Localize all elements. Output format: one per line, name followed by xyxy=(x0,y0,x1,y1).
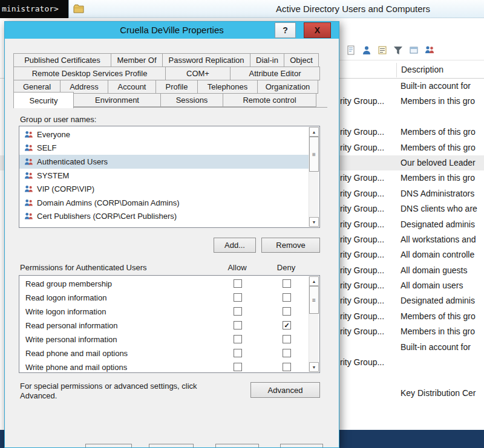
allow-checkbox-0[interactable] xyxy=(234,279,242,288)
toolbar-separator xyxy=(339,60,484,60)
remove-button[interactable]: Remove xyxy=(261,238,320,253)
group-members-icon xyxy=(24,212,33,220)
group-row-authenticated-users[interactable]: Authenticated Users xyxy=(19,155,309,169)
deny-checkbox-3[interactable]: ✓ xyxy=(283,321,291,330)
tab-dial-in[interactable]: Dial-in xyxy=(250,53,284,67)
group-row-cert-publishers[interactable]: Cert Publishers (CORP\Cert Publishers) xyxy=(19,210,309,224)
tab-account[interactable]: Account xyxy=(108,80,156,94)
tab-profile[interactable]: Profile xyxy=(155,80,198,94)
allow-checkbox-6[interactable] xyxy=(234,363,242,371)
deny-column-header: Deny xyxy=(269,263,304,272)
group-members-icon xyxy=(24,172,33,180)
scroll-down-icon[interactable]: ▼ xyxy=(309,217,319,227)
tab-remote-control[interactable]: Remote control xyxy=(223,93,316,107)
tab-strip: Published Certificates Member Of Passwor… xyxy=(13,53,327,107)
tab-attribute-editor[interactable]: Attribute Editor xyxy=(230,67,320,80)
allow-checkbox-4[interactable] xyxy=(234,335,242,343)
tab-password-replication[interactable]: Password Replication xyxy=(162,53,250,67)
permissions-list: Read group membership Read logon informa… xyxy=(19,275,320,373)
allow-column-header: Allow xyxy=(220,263,255,272)
tab-member-of[interactable]: Member Of xyxy=(111,53,163,67)
deny-checkbox-5[interactable] xyxy=(283,349,291,357)
tab-object[interactable]: Object xyxy=(284,53,319,67)
permission-row[interactable]: Read personal information ✓ xyxy=(19,319,319,333)
tab-organization[interactable]: Organization xyxy=(257,80,318,94)
column-divider[interactable] xyxy=(396,63,397,77)
scroll-up-icon[interactable]: ▲ xyxy=(309,127,319,137)
scroll-up-icon[interactable]: ▲ xyxy=(309,276,319,286)
permission-row[interactable]: Write personal information xyxy=(19,333,319,347)
allow-checkbox-1[interactable] xyxy=(234,293,242,302)
group-members-icon xyxy=(24,131,33,138)
list-icon[interactable] xyxy=(376,44,388,56)
deny-checkbox-6[interactable] xyxy=(283,363,291,371)
tab-telephones[interactable]: Telephones xyxy=(197,80,258,94)
permission-row[interactable]: Write logon information xyxy=(19,305,319,319)
group-list-scrollbar[interactable]: ▲ ≡ ▼ xyxy=(309,127,319,227)
deny-checkbox-2[interactable] xyxy=(283,307,291,316)
group-members-icon xyxy=(24,185,33,193)
permission-row[interactable]: Read logon information xyxy=(19,291,319,305)
permission-row[interactable]: Read group membership xyxy=(19,278,319,291)
console-prompt-text: ministrator> xyxy=(2,4,59,13)
user-icon[interactable] xyxy=(361,44,373,56)
app-window-icon xyxy=(73,4,84,14)
tab-sessions[interactable]: Sessions xyxy=(160,93,223,107)
tab-environment[interactable]: Environment xyxy=(73,93,161,107)
permissions-label: Permissions for Authenticated Users xyxy=(20,263,147,272)
properties-dialog: Cruella DeVille Properties ? X Published… xyxy=(4,21,339,448)
add-button[interactable]: Add... xyxy=(214,238,256,253)
group-icon[interactable] xyxy=(424,44,436,56)
allow-checkbox-3[interactable] xyxy=(234,321,242,330)
tab-remote-desktop-services-profile[interactable]: Remote Desktop Services Profile xyxy=(13,67,166,80)
dialog-titlebar[interactable]: Cruella DeVille Properties ? X xyxy=(5,22,339,39)
scroll-down-icon[interactable]: ▼ xyxy=(309,362,319,372)
scroll-thumb[interactable]: ≡ xyxy=(309,286,319,314)
group-row-vip[interactable]: VIP (CORP\VIP) xyxy=(19,182,309,196)
tab-security[interactable]: Security xyxy=(13,92,74,108)
document-icon[interactable] xyxy=(345,44,357,56)
permission-row[interactable]: Read phone and mail options xyxy=(19,347,319,361)
group-members-icon xyxy=(24,199,33,207)
deny-checkbox-4[interactable] xyxy=(283,335,291,343)
group-row-everyone[interactable]: Everyone xyxy=(19,128,309,141)
top-bar: ministrator> Active Directory Users and … xyxy=(0,0,484,18)
scroll-thumb[interactable]: ≡ xyxy=(309,137,319,172)
close-button[interactable]: X xyxy=(304,22,331,38)
group-members-icon xyxy=(24,158,33,166)
group-user-list: Everyone SELF Authenticated Users SYSTEM… xyxy=(19,126,320,228)
group-members-icon xyxy=(24,144,33,152)
window-icon[interactable] xyxy=(408,44,420,56)
allow-checkbox-5[interactable] xyxy=(234,349,242,357)
bottom-button-2[interactable] xyxy=(149,444,194,448)
window-title: Active Directory Users and Computers xyxy=(276,0,430,18)
permissions-scrollbar[interactable]: ▲ ≡ ▼ xyxy=(309,276,319,372)
deny-checkbox-0[interactable] xyxy=(283,279,291,288)
permission-row[interactable]: Write phone and mail options xyxy=(19,361,319,373)
group-row-domain-admins[interactable]: Domain Admins (CORP\Domain Admins) xyxy=(19,196,309,210)
tab-com-plus[interactable]: COM+ xyxy=(165,67,231,80)
bottom-button-4[interactable] xyxy=(280,444,323,448)
filter-icon[interactable] xyxy=(392,44,404,56)
allow-checkbox-2[interactable] xyxy=(234,307,242,316)
bottom-button-3[interactable] xyxy=(215,444,259,448)
column-header-description[interactable]: Description xyxy=(401,62,443,78)
aduc-toolbar xyxy=(345,44,436,56)
group-row-system[interactable]: SYSTEM xyxy=(19,169,309,183)
console-window[interactable]: ministrator> xyxy=(0,0,68,18)
group-row-self[interactable]: SELF xyxy=(19,141,309,155)
deny-checkbox-1[interactable] xyxy=(283,293,291,302)
advanced-button[interactable]: Advanced xyxy=(250,382,320,398)
advanced-hint-text: For special permissions or advanced sett… xyxy=(20,381,244,401)
help-button[interactable]: ? xyxy=(275,22,296,38)
aduc-titlebar[interactable]: Active Directory Users and Computers xyxy=(68,0,484,18)
close-icon: X xyxy=(315,25,320,35)
group-list-label: Group or user names: xyxy=(20,115,96,124)
bottom-button-1[interactable] xyxy=(85,444,132,448)
tab-published-certificates[interactable]: Published Certificates xyxy=(13,53,111,67)
